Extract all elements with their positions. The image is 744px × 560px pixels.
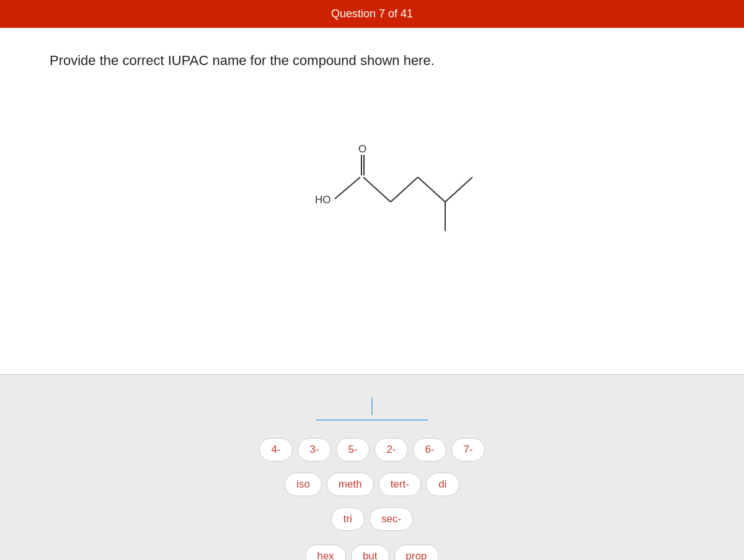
answer-area: 4- 3- 5- 2- 6- 7- iso meth tert- di tri … xyxy=(0,375,744,560)
svg-line-8 xyxy=(445,177,472,202)
answer-display xyxy=(316,393,428,421)
btn-di[interactable]: di xyxy=(426,473,459,496)
cursor-bar xyxy=(371,398,373,415)
button-row-chains: hex but prop xyxy=(305,545,438,560)
svg-line-4 xyxy=(335,177,360,199)
svg-line-5 xyxy=(363,177,391,202)
question-area: Provide the correct IUPAC name for the c… xyxy=(0,28,744,375)
btn-7[interactable]: 7- xyxy=(451,438,485,462)
svg-text:HO: HO xyxy=(315,194,331,206)
btn-2[interactable]: 2- xyxy=(374,438,408,462)
question-counter: Question 7 of 41 xyxy=(331,7,413,20)
svg-text:O: O xyxy=(358,143,366,155)
btn-tri[interactable]: tri xyxy=(331,507,365,531)
btn-4[interactable]: 4- xyxy=(259,438,293,462)
molecule-container: O HO xyxy=(50,94,694,337)
btn-3[interactable]: 3- xyxy=(298,438,331,462)
btn-but[interactable]: but xyxy=(351,545,389,560)
button-row-tri-sec: tri sec- xyxy=(331,507,413,531)
question-text: Provide the correct IUPAC name for the c… xyxy=(50,53,435,69)
btn-meth[interactable]: meth xyxy=(327,473,374,496)
btn-hex[interactable]: hex xyxy=(305,545,345,560)
svg-line-7 xyxy=(418,177,445,202)
button-row-prefixes: iso meth tert- di xyxy=(285,473,459,496)
btn-sec[interactable]: sec- xyxy=(370,507,413,531)
header-bar: Question 7 of 41 xyxy=(0,0,744,28)
molecule-svg: O HO xyxy=(242,135,502,296)
btn-iso[interactable]: iso xyxy=(285,473,322,496)
svg-line-6 xyxy=(391,177,418,202)
button-row-numbers: 4- 3- 5- 2- 6- 7- xyxy=(259,438,485,462)
btn-5[interactable]: 5- xyxy=(336,438,370,462)
btn-prop[interactable]: prop xyxy=(394,545,439,560)
btn-6[interactable]: 6- xyxy=(413,438,446,462)
btn-tert[interactable]: tert- xyxy=(379,473,421,496)
